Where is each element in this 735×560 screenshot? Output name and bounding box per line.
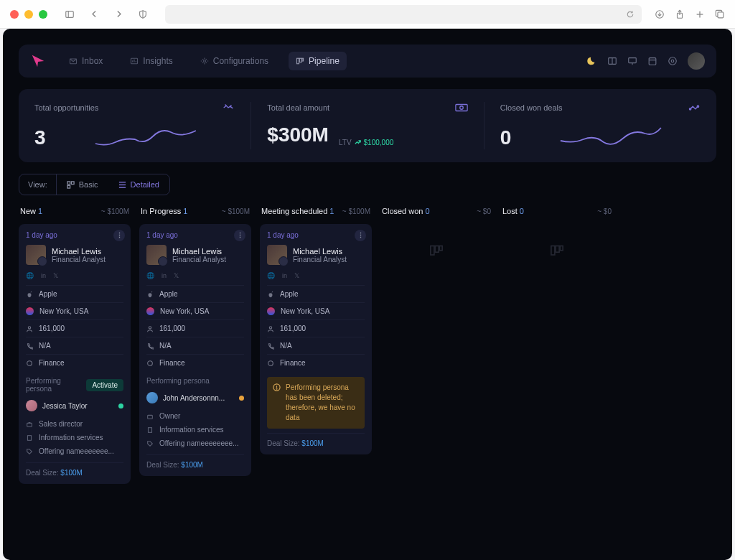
card-row-location: New York, USA [26,302,123,319]
flag-icon [26,307,34,315]
layout-icon[interactable] [607,56,617,66]
traffic-lights [10,10,47,19]
building-icon [26,434,33,442]
user-avatar[interactable] [688,52,705,70]
globe-icon[interactable]: 🌐 [267,272,275,279]
metrics-row: Total opportunities 3 Total deal amount … [19,89,716,162]
nav-label: Insights [143,56,172,66]
svg-rect-24 [456,105,467,111]
app-container: Inbox Insights Configurations Pipeline [3,29,732,560]
linkedin-icon[interactable]: in [161,272,167,279]
nav-inbox[interactable]: Inbox [62,52,110,70]
download-icon[interactable] [655,9,665,19]
card-role: Financial Analyst [172,256,226,263]
card-menu-icon[interactable]: ⋮ [355,230,366,241]
card-menu-icon[interactable]: ⋮ [234,230,245,241]
building-icon [146,426,154,434]
shield-icon[interactable] [134,6,152,22]
reload-icon[interactable] [626,10,635,19]
svg-rect-0 [66,11,74,17]
view-label: View: [19,174,57,195]
settings-icon[interactable] [668,56,678,66]
minimize-window-icon[interactable] [24,10,33,19]
card-menu-icon[interactable]: ⋮ [113,230,125,241]
column-header: Closed won0 ~ $0 [380,207,492,215]
pipeline-card[interactable]: 1 day ago ⋮ Michael Lewis Financial Anal… [260,224,372,454]
close-window-icon[interactable] [10,10,19,19]
basic-view-icon [67,181,75,189]
column-count: 1 [329,207,334,215]
x-icon[interactable]: 𝕏 [294,272,299,279]
card-name: Michael Lewis [293,247,347,256]
svg-point-23 [669,57,677,65]
deal-size: Deal Size: $100M [146,454,244,469]
sidebar-toggle-icon[interactable] [60,6,79,22]
card-row-industry: Finance [146,354,244,371]
column-title: Closed won [382,207,423,215]
nav-pipeline[interactable]: Pipeline [289,52,347,70]
persona-row: Information services [26,431,123,444]
card-row-company: Apple [267,285,365,302]
card-row-phone: N/A [267,337,365,354]
card-avatar [26,245,46,265]
maximize-window-icon[interactable] [39,10,47,19]
globe-icon[interactable]: 🌐 [146,272,154,279]
linkedin-icon[interactable]: in [41,272,46,279]
nav-label: Configurations [213,56,268,66]
svg-point-46 [276,388,277,389]
card-row-industry: Finance [26,354,123,371]
forward-icon[interactable] [109,6,128,22]
persona-row: Owner [146,409,244,423]
empty-column-state [380,224,492,258]
svg-rect-47 [431,246,434,256]
insights-icon [130,57,139,65]
industry-icon [146,360,154,367]
pipeline-card[interactable]: 1 day ago ⋮ Michael Lewis Financial Anal… [139,224,251,476]
main-nav: Inbox Insights Configurations Pipeline [62,52,347,70]
column-amount: ~ $0 [597,207,612,215]
present-icon[interactable] [627,56,637,66]
svg-rect-51 [556,246,559,253]
address-bar[interactable] [165,5,642,24]
column-title: Lost [502,207,518,215]
card-socials: 🌐 in 𝕏 [26,272,123,279]
trend-up-icon [355,139,361,146]
moon-icon[interactable] [587,56,597,66]
svg-point-12 [203,60,205,62]
nav-configurations[interactable]: Configurations [193,52,276,70]
column-count: 0 [425,207,429,215]
persona-row: Information services [146,423,244,437]
users-icon [26,325,33,332]
view-toolbar: View: Basic Detailed [19,174,716,195]
x-icon[interactable]: 𝕏 [174,272,179,279]
calendar-icon[interactable] [647,56,657,66]
logo-icon[interactable] [30,53,46,69]
back-icon[interactable] [85,6,103,22]
metric-opportunities: Total opportunities 3 [19,102,251,149]
linkedin-icon[interactable]: in [282,272,287,279]
activate-button[interactable]: Activate [86,379,123,391]
deal-size: Deal Size: $100M [26,462,123,477]
tabs-icon[interactable] [715,9,725,19]
new-tab-icon[interactable] [695,9,705,19]
phone-icon [26,342,33,350]
column-count: 1 [183,207,187,215]
apple-icon [146,291,154,298]
svg-point-35 [27,360,32,365]
view-basic[interactable]: Basic [57,174,108,195]
share-icon[interactable] [675,9,685,19]
browser-chrome [0,0,735,29]
metric-value: 3 [34,126,46,149]
card-socials: 🌐 in 𝕏 [267,272,365,279]
globe-icon[interactable]: 🌐 [26,272,34,279]
column-meeting-scheduled: Meeting scheduled1 ~ $100M 1 day ago ⋮ M… [260,207,372,484]
pipeline-card[interactable]: 1 day ago ⋮ Michael Lewis Financial Anal… [19,224,131,484]
x-icon[interactable]: 𝕏 [53,272,58,279]
view-detailed[interactable]: Detailed [108,174,169,195]
svg-point-25 [459,106,463,110]
sparkline-icon [521,123,701,149]
persona-name-row: Jessica Taylor [26,397,123,417]
nav-insights[interactable]: Insights [123,52,179,70]
column-amount: ~ $100M [222,207,250,215]
view-opt-label: Basic [79,180,98,189]
